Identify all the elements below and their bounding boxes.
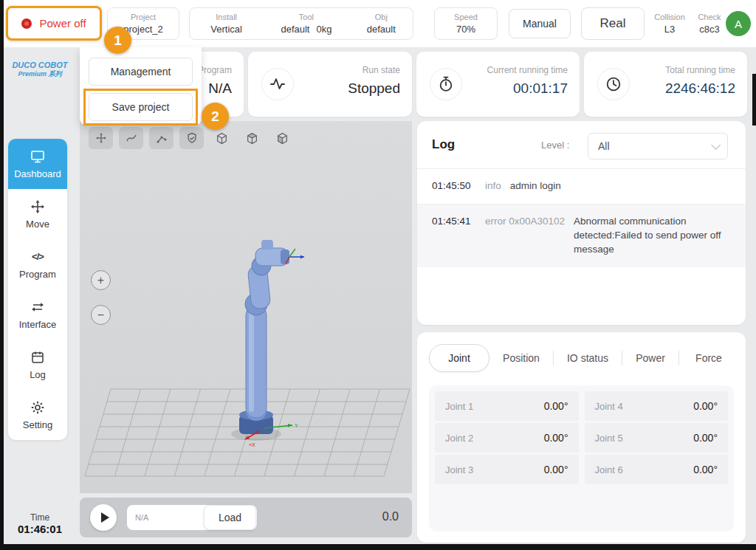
- joint-label: Joint 3: [445, 464, 473, 475]
- run-state-label: Run state: [362, 65, 400, 75]
- log-entry-time: 01:45:50: [432, 179, 476, 193]
- install-selector[interactable]: Install Vertical: [190, 8, 263, 39]
- gear-icon: [30, 400, 45, 415]
- joint-row: Joint 4 0.00°: [585, 391, 729, 421]
- obj-selector[interactable]: Obj default: [350, 8, 413, 39]
- project-dropdown-menu: Management Save project: [80, 47, 202, 126]
- tab-power[interactable]: Power: [622, 352, 678, 364]
- check-label: Check: [698, 12, 721, 23]
- current-running-time-card: Current running time 00:01:17: [416, 52, 580, 117]
- play-button[interactable]: [90, 504, 117, 531]
- program-card-label: Program: [198, 65, 232, 75]
- brand-name: DUCO COBOT: [4, 61, 76, 69]
- collision-indicator[interactable]: Collision L3: [647, 7, 692, 40]
- sidebar: DUCO COBOT Premium 系列 Dashboard Move </>…: [4, 47, 76, 544]
- tab-force[interactable]: Force: [679, 352, 738, 364]
- current-running-time-value: 00:01:17: [513, 80, 568, 97]
- scrollbar[interactable]: [752, 74, 756, 126]
- sidebar-item-move[interactable]: Move: [8, 189, 67, 239]
- menu-item-save-project[interactable]: Save project: [89, 93, 193, 121]
- robot-3d-scene: Y +X: [80, 121, 412, 493]
- tool-value: default: [281, 23, 309, 36]
- run-state-card: Run state Stopped: [248, 52, 412, 117]
- joint-row: Joint 2 0.00°: [435, 423, 579, 453]
- waypoint-tool-button[interactable]: [149, 127, 173, 149]
- power-off-label: Power off: [39, 17, 86, 30]
- safety-shield-button[interactable]: [179, 127, 204, 149]
- pan-tool-button[interactable]: [89, 127, 113, 149]
- log-title: Log: [432, 137, 455, 152]
- sidebar-item-label: Move: [26, 219, 49, 230]
- view-cube-front-button[interactable]: [210, 127, 234, 149]
- log-row[interactable]: 01:45:50 info admin login: [417, 169, 746, 204]
- joint-value: 0.00°: [544, 432, 568, 444]
- sidebar-item-label: Interface: [19, 319, 57, 330]
- collision-label: Collision: [654, 12, 685, 23]
- sidebar-item-dashboard[interactable]: Dashboard: [8, 139, 67, 189]
- joint-row: Joint 6 0.00°: [585, 455, 729, 484]
- viewer-toolbar: [89, 127, 295, 149]
- view-cube-iso-button[interactable]: [240, 127, 264, 149]
- view-cube-top-button[interactable]: [270, 127, 295, 149]
- joint-label: Joint 4: [595, 401, 623, 412]
- joint-value: 0.00°: [544, 400, 568, 412]
- log-level-label: Level :: [541, 140, 569, 151]
- obj-value: default: [367, 23, 396, 36]
- power-off-button[interactable]: Power off: [6, 6, 102, 41]
- run-state-value: Stopped: [348, 80, 400, 97]
- calendar-icon: [30, 350, 45, 365]
- log-panel: Log Level : All 01:45:50 info admin logi…: [417, 121, 746, 325]
- log-entry-message: Abnormal communication detected:Failed t…: [574, 215, 731, 257]
- total-running-time-label: Total running time: [665, 65, 735, 75]
- play-icon: [101, 512, 109, 523]
- robot-3d-viewport[interactable]: Y +X: [80, 121, 412, 493]
- tool-selector[interactable]: Tool default 0kg: [263, 8, 349, 39]
- app-screen: Power off Project project_2 Install Vert…: [0, 0, 756, 550]
- tab-io-status[interactable]: IO status: [554, 352, 622, 364]
- log-level-value: All: [598, 140, 610, 152]
- zoom-out-button[interactable]: −: [91, 305, 111, 325]
- sidebar-item-label: Log: [30, 369, 46, 380]
- obj-label: Obj: [375, 12, 388, 23]
- spline-tool-button[interactable]: [119, 127, 143, 149]
- tool-weight: 0kg: [316, 23, 331, 36]
- program-file-name: N/A: [135, 513, 148, 522]
- project-label: Project: [131, 12, 156, 23]
- menu-item-management[interactable]: Management: [89, 58, 193, 86]
- time-value: 01:46:01: [4, 523, 76, 535]
- robot-status-panel: Joint Position IO status Power Force Joi…: [417, 332, 746, 543]
- joint-column-left: Joint 1 0.00° Joint 2 0.00° Joint 3 0.00…: [435, 391, 579, 487]
- zoom-in-button[interactable]: +: [91, 270, 111, 290]
- joint-label: Joint 1: [445, 401, 473, 412]
- check-indicator[interactable]: Check c8c3: [691, 7, 728, 40]
- sidebar-item-interface[interactable]: Interface: [8, 289, 67, 340]
- robot-config-group: Install Vertical Tool default 0kg Obj de…: [189, 7, 413, 40]
- manual-mode-button[interactable]: Manual: [509, 9, 571, 38]
- svg-text:Y: Y: [295, 423, 298, 428]
- brand-logo: DUCO COBOT Premium 系列: [4, 61, 76, 79]
- joint-value: 0.00°: [693, 464, 718, 475]
- load-button[interactable]: Load: [204, 505, 256, 530]
- joint-value: 0.00°: [693, 400, 718, 412]
- move-arrows-icon: [30, 199, 45, 214]
- tab-joint[interactable]: Joint: [429, 344, 489, 372]
- log-level-select[interactable]: All: [588, 133, 728, 159]
- code-icon: </>: [32, 250, 44, 264]
- log-entry-time: 01:45:41: [432, 215, 476, 229]
- sidebar-item-program[interactable]: </> Program: [8, 239, 67, 289]
- speed-value: 70%: [456, 23, 475, 36]
- log-row[interactable]: 01:45:41 error 0x00A30102 Abnormal commu…: [417, 204, 746, 267]
- stopwatch-icon: [430, 68, 462, 100]
- real-mode-button[interactable]: Real: [581, 7, 645, 40]
- status-tabs: Joint Position IO status Power Force: [429, 344, 738, 372]
- sidebar-item-label: Setting: [23, 419, 52, 430]
- joint-label: Joint 5: [595, 433, 623, 444]
- speed-selector[interactable]: Speed 70%: [434, 7, 498, 40]
- sidebar-item-log[interactable]: Log: [8, 340, 67, 390]
- user-avatar[interactable]: A: [726, 11, 751, 36]
- tab-position[interactable]: Position: [489, 352, 553, 364]
- clock-icon: [597, 68, 630, 100]
- time-label: Time: [4, 512, 76, 523]
- sidebar-item-label: Dashboard: [14, 168, 61, 179]
- sidebar-item-setting[interactable]: Setting: [8, 390, 67, 440]
